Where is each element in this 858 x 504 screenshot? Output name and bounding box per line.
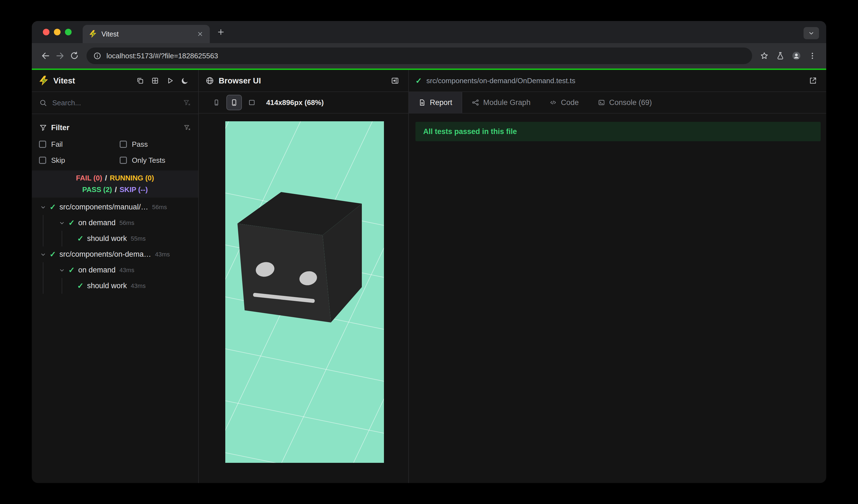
device-toolbar: 414x896px (68%) (199, 92, 408, 114)
search-input[interactable] (52, 98, 178, 108)
filter-option-fail[interactable]: Fail (39, 136, 120, 152)
search-icon (39, 99, 47, 107)
test-summary: FAIL (0)/RUNNING (0) PASS (2)/SKIP (--) (32, 170, 198, 198)
browser-tab[interactable]: Vitest (83, 25, 210, 43)
sidebar: Vitest (32, 70, 199, 483)
collapse-panels-icon[interactable] (133, 74, 147, 87)
skip-count: SKIP (--) (120, 185, 148, 194)
tab-module-graph[interactable]: Module Graph (462, 92, 540, 113)
tab-search-chevron-button[interactable] (804, 27, 819, 39)
tree-row-file[interactable]: ✓ src/components/manual/… 56ms (32, 199, 198, 215)
indent-guide (43, 262, 43, 294)
indent-guide (62, 278, 62, 294)
search-row (32, 92, 198, 114)
filter-option-only-tests[interactable]: Only Tests (120, 152, 191, 168)
close-window-button[interactable] (43, 29, 49, 35)
report-header: ✓ src/components/on-demand/OnDemand.test… (409, 70, 826, 92)
robot-cube (237, 192, 362, 323)
tree-row-suite[interactable]: ✓ on demand 56ms (32, 215, 198, 231)
filter-title: Filter (51, 124, 69, 132)
checkbox-icon[interactable] (39, 157, 46, 164)
chevron-down-icon[interactable] (38, 251, 48, 258)
zoom-window-button[interactable] (65, 29, 72, 35)
code-icon (549, 99, 557, 107)
device-phone-small-icon[interactable] (209, 95, 224, 110)
vitest-logo-icon (38, 76, 49, 86)
all-tests-passed-banner: All tests passed in this file (415, 122, 821, 141)
tree-row-suite[interactable]: ✓ on demand 43ms (32, 262, 198, 278)
tab-report[interactable]: Report (409, 92, 462, 113)
browser-ui-header: Browser UI (199, 70, 408, 92)
dashboard-grid-icon[interactable] (148, 74, 162, 87)
pass-check-icon: ✓ (48, 250, 58, 259)
running-count: RUNNING (0) (110, 174, 154, 182)
console-icon (598, 99, 605, 107)
filter-option-skip[interactable]: Skip (39, 152, 120, 168)
test-tree: ✓ src/components/manual/… 56ms ✓ on dema… (32, 198, 198, 483)
tab-title: Vitest (101, 30, 192, 38)
chevron-down-icon[interactable] (57, 220, 67, 226)
browser-toolbar: localhost:5173/#/?file=1828625563 (32, 43, 826, 68)
report-tabs: Report Module Graph Code (409, 92, 826, 114)
chevron-down-icon[interactable] (38, 204, 48, 210)
device-phone-active-icon[interactable] (226, 95, 242, 110)
pass-check-icon: ✓ (67, 218, 77, 227)
app-preview-iframe[interactable] (225, 121, 384, 463)
preview-area (199, 114, 408, 483)
tab-strip: Vitest (32, 21, 826, 43)
browser-window: Vitest localhost:5173/#/?file=1828625563 (32, 21, 826, 483)
pass-check-icon: ✓ (415, 76, 422, 85)
summary-line-1: FAIL (0)/RUNNING (0) (32, 172, 198, 184)
forward-icon[interactable] (53, 49, 67, 63)
url-text: localhost:5173/#/?file=1828625563 (107, 52, 218, 60)
tree-row-test[interactable]: ✓ should work 55ms (32, 231, 198, 246)
checkbox-icon[interactable] (39, 141, 46, 148)
open-external-icon[interactable] (806, 74, 820, 87)
reload-icon[interactable] (67, 49, 81, 63)
site-info-icon[interactable] (93, 52, 101, 60)
new-tab-button[interactable] (213, 24, 228, 40)
filter-block: Filter Fail Pass (32, 114, 198, 170)
app-title: Vitest (53, 76, 75, 85)
device-tablet-icon[interactable] (244, 95, 259, 110)
experiments-flask-icon[interactable] (773, 49, 788, 63)
checkbox-icon[interactable] (120, 141, 127, 148)
checkbox-icon[interactable] (120, 157, 127, 164)
summary-line-2: PASS (2)/SKIP (--) (32, 184, 198, 195)
test-file-path: src/components/on-demand/OnDemand.test.t… (426, 77, 575, 85)
tree-row-file[interactable]: ✓ src/components/on-dema… 43ms (32, 246, 198, 262)
globe-icon (205, 76, 214, 85)
minimize-window-button[interactable] (54, 29, 61, 35)
back-icon[interactable] (38, 49, 53, 63)
pass-check-icon: ✓ (48, 202, 58, 212)
traffic-lights (43, 29, 72, 35)
module-graph-icon (472, 99, 479, 107)
indent-guide (62, 231, 62, 246)
clear-filter-icon[interactable] (183, 99, 191, 107)
filter-clear-icon[interactable] (183, 124, 191, 131)
3d-scene (225, 121, 384, 463)
filter-option-pass[interactable]: Pass (120, 136, 191, 152)
sidebar-header: Vitest (32, 70, 198, 92)
bookmark-star-icon[interactable] (757, 49, 772, 63)
address-bar[interactable]: localhost:5173/#/?file=1828625563 (86, 48, 752, 64)
profile-avatar-icon[interactable] (789, 49, 804, 63)
tab-close-icon[interactable] (196, 30, 204, 37)
viewport-size-label: 414x896px (68%) (266, 98, 324, 107)
browser-ui-title: Browser UI (219, 76, 261, 85)
vitest-favicon-icon (89, 30, 97, 38)
report-panel: ✓ src/components/on-demand/OnDemand.test… (409, 70, 826, 483)
chevron-down-icon[interactable] (57, 267, 67, 273)
fail-count: FAIL (0) (76, 174, 102, 182)
pass-check-icon: ✓ (67, 265, 77, 275)
pass-check-icon: ✓ (76, 281, 85, 290)
menu-dots-icon[interactable] (805, 49, 820, 63)
open-panel-right-icon[interactable] (388, 74, 402, 87)
tab-console[interactable]: Console (69) (588, 92, 662, 113)
tab-code[interactable]: Code (540, 92, 588, 113)
run-all-play-icon[interactable] (163, 74, 177, 87)
dark-mode-moon-icon[interactable] (178, 74, 192, 87)
pass-count: PASS (2) (82, 185, 112, 194)
tree-row-test[interactable]: ✓ should work 43ms (32, 278, 198, 294)
filter-funnel-icon (39, 124, 47, 132)
